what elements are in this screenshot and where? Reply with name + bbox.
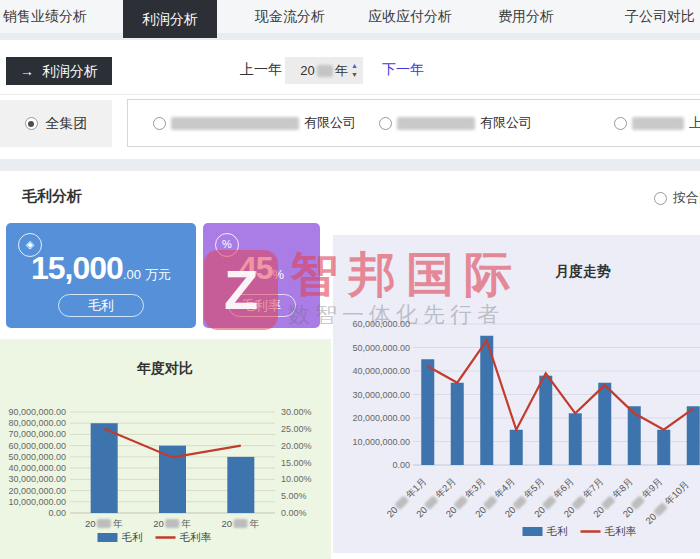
svg-text:20: 20 bbox=[85, 518, 96, 529]
legend-label: 毛利 bbox=[122, 531, 143, 543]
bar bbox=[687, 406, 700, 465]
svg-text:年10月: 年10月 bbox=[662, 478, 691, 507]
yearly-compare-chart: 年度对比0.0010,000,000.0020,000,000.0030,000… bbox=[0, 339, 331, 559]
svg-text:20,000,000.00: 20,000,000.00 bbox=[352, 413, 410, 423]
section-badge-label: 利润分析 bbox=[42, 57, 98, 85]
nav-tab[interactable]: 销售业绩分析 bbox=[3, 0, 87, 33]
yearly-compare-panel: 年度对比0.0010,000,000.0020,000,000.0030,000… bbox=[0, 339, 331, 559]
svg-text:年: 年 bbox=[250, 518, 260, 529]
svg-text:15.00%: 15.00% bbox=[281, 458, 312, 468]
svg-text:40,000,000.00: 40,000,000.00 bbox=[352, 366, 410, 376]
svg-text:60,000,000.00: 60,000,000.00 bbox=[352, 319, 410, 329]
bar bbox=[510, 430, 523, 465]
svg-text:50,000,000.00: 50,000,000.00 bbox=[8, 452, 66, 462]
company-radio-option[interactable]: 上海 bbox=[614, 100, 700, 146]
nav-tab[interactable]: 现金流分析 bbox=[255, 0, 325, 33]
nav-tab[interactable]: 子公司对比 bbox=[625, 0, 695, 33]
rate-line bbox=[428, 340, 694, 429]
svg-text:10.00%: 10.00% bbox=[281, 474, 312, 484]
nav-divider bbox=[0, 33, 700, 40]
radio-icon[interactable] bbox=[614, 117, 627, 130]
svg-text:10,000,000.00: 10,000,000.00 bbox=[8, 497, 66, 507]
svg-text:80,000,000.00: 80,000,000.00 bbox=[8, 418, 66, 428]
svg-text:0.00: 0.00 bbox=[48, 508, 66, 518]
bar bbox=[91, 423, 118, 513]
year-select[interactable]: 20年 ▲▼ bbox=[285, 57, 363, 84]
svg-text:70,000,000.00: 70,000,000.00 bbox=[8, 429, 66, 439]
group-radio-label: 全集团 bbox=[46, 115, 88, 133]
svg-text:20: 20 bbox=[222, 518, 233, 529]
svg-text:60,000,000.00: 60,000,000.00 bbox=[8, 441, 66, 451]
chevron-down-icon[interactable]: ▼ bbox=[351, 70, 358, 79]
legend-label: 毛利率 bbox=[605, 525, 637, 537]
bar bbox=[421, 359, 434, 465]
radio-icon[interactable] bbox=[654, 192, 667, 205]
svg-text:年: 年 bbox=[181, 518, 191, 529]
gross-profit-card: ◈ 15,000.00万元 毛利 bbox=[6, 223, 196, 328]
arrow-right-icon: → bbox=[20, 57, 34, 85]
company-filter-row: 全集团 有限公司有限公司上海 bbox=[0, 95, 700, 159]
companies-box: 有限公司有限公司上海 bbox=[127, 99, 700, 147]
bar bbox=[657, 430, 670, 465]
svg-text:10,000,000.00: 10,000,000.00 bbox=[352, 437, 410, 447]
section-divider-band bbox=[0, 159, 700, 171]
censored-company-name bbox=[397, 117, 475, 130]
chart-title: 年度对比 bbox=[136, 360, 193, 376]
group-radio-option[interactable]: 全集团 bbox=[0, 100, 112, 147]
bar bbox=[539, 376, 552, 465]
svg-text:20.00%: 20.00% bbox=[281, 441, 312, 451]
svg-text:50,000,000.00: 50,000,000.00 bbox=[352, 343, 410, 353]
svg-text:年6月: 年6月 bbox=[551, 475, 576, 500]
svg-text:年: 年 bbox=[113, 518, 123, 529]
spinner-icon[interactable]: ▲▼ bbox=[351, 61, 358, 79]
nav-tab[interactable]: 费用分析 bbox=[498, 0, 554, 33]
svg-text:年5月: 年5月 bbox=[522, 475, 547, 500]
censored-year-digits bbox=[317, 65, 333, 77]
company-name-suffix: 上海 bbox=[689, 114, 700, 132]
svg-text:30.00%: 30.00% bbox=[281, 407, 312, 417]
nav-tab[interactable]: 利润分析 bbox=[123, 0, 217, 38]
bar bbox=[227, 457, 254, 513]
gross-profit-section-header: 毛利分析 按合同 bbox=[0, 171, 700, 221]
monthly-trend-chart: 月度走势0.0010,000,000.0020,000,000.0030,000… bbox=[333, 235, 700, 553]
radio-selected-icon[interactable] bbox=[25, 117, 38, 130]
monthly-trend-panel: 月度走势0.0010,000,000.0020,000,000.0030,000… bbox=[333, 235, 700, 553]
svg-text:0.00%: 0.00% bbox=[281, 508, 307, 518]
company-radio-option[interactable]: 有限公司 bbox=[153, 100, 356, 146]
radio-icon[interactable] bbox=[153, 117, 166, 130]
chevron-up-icon[interactable]: ▲ bbox=[351, 61, 358, 70]
gross-margin-pill[interactable]: 毛利率 bbox=[228, 294, 296, 317]
profit-analysis-screen: 销售业绩分析利润分析现金流分析应收应付分析费用分析子公司对比 → 利润分析 上一… bbox=[0, 0, 700, 559]
company-name-suffix: 有限公司 bbox=[480, 114, 532, 132]
svg-text:年4月: 年4月 bbox=[492, 475, 517, 500]
bar bbox=[451, 383, 464, 465]
svg-text:5.00%: 5.00% bbox=[281, 491, 307, 501]
svg-text:30,000,000.00: 30,000,000.00 bbox=[352, 390, 410, 400]
contract-radio-label: 按合同 bbox=[673, 189, 700, 207]
svg-text:20: 20 bbox=[153, 518, 164, 529]
svg-text:年2月: 年2月 bbox=[433, 475, 458, 500]
svg-text:20,000,000.00: 20,000,000.00 bbox=[8, 486, 66, 496]
prev-year-link[interactable]: 上一年 bbox=[240, 61, 282, 79]
yearly-chart-svg: 年度对比0.0010,000,000.0020,000,000.0030,000… bbox=[0, 339, 331, 559]
gross-margin-card: % 45% 毛利率 bbox=[203, 223, 320, 328]
svg-text:40,000,000.00: 40,000,000.00 bbox=[8, 463, 66, 473]
contract-radio-option[interactable]: 按合同 bbox=[654, 189, 700, 207]
nav-tab[interactable]: 应收应付分析 bbox=[368, 0, 452, 33]
legend-label: 毛利率 bbox=[180, 531, 212, 543]
bar bbox=[569, 413, 582, 465]
company-name-suffix: 有限公司 bbox=[304, 114, 356, 132]
legend-bar-swatch bbox=[523, 527, 543, 536]
next-year-link[interactable]: 下一年 bbox=[382, 61, 424, 79]
gross-profit-pill[interactable]: 毛利 bbox=[58, 294, 144, 317]
chart-title: 月度走势 bbox=[554, 263, 611, 279]
censored-company-name bbox=[171, 117, 299, 130]
radio-icon[interactable] bbox=[379, 117, 392, 130]
svg-text:0.00: 0.00 bbox=[392, 460, 410, 470]
section-title: 毛利分析 bbox=[22, 187, 82, 206]
svg-text:年3月: 年3月 bbox=[463, 475, 488, 500]
company-radio-option[interactable]: 有限公司 bbox=[379, 100, 532, 146]
svg-text:年7月: 年7月 bbox=[581, 475, 606, 500]
percent-icon: % bbox=[215, 233, 239, 257]
svg-text:年8月: 年8月 bbox=[610, 475, 635, 500]
